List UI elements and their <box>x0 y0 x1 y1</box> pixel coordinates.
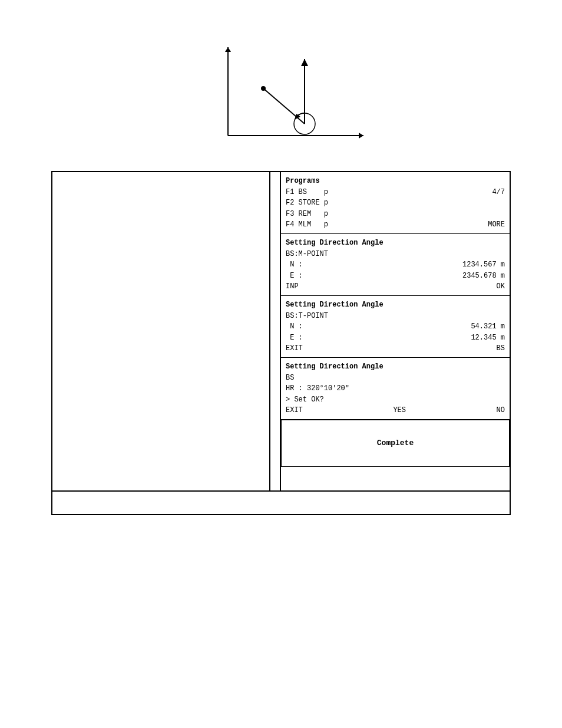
complete-text: Complete <box>377 439 414 447</box>
left-panel <box>52 172 270 490</box>
svg-point-7 <box>261 86 266 91</box>
screen2-e-value: 2345.678 m <box>462 271 505 282</box>
screen2-n-row: N : 1234.567 m <box>286 259 505 271</box>
screen4-subtitle: BS <box>286 373 505 384</box>
screen4-hr: HR : 320°10'20" <box>286 383 505 394</box>
screen3-title: Setting Direction Angle <box>286 299 505 311</box>
footer-row <box>52 492 510 514</box>
screen3-e-value: 12.345 m <box>471 332 505 344</box>
programs-row3: F3 REM p <box>286 209 505 220</box>
screen-t-point: Setting Direction Angle BS:T-POINT N : 5… <box>281 296 510 358</box>
svg-marker-5 <box>301 59 308 66</box>
screen-programs: Programs F1 BS p 4/7 F2 STORE p F3 REM p… <box>281 172 510 234</box>
screen2-buttons: INP OK <box>286 281 505 292</box>
svg-marker-1 <box>359 133 363 139</box>
diagram-svg <box>181 29 381 159</box>
mid-divider <box>270 172 281 490</box>
screen4-no-button[interactable]: NO <box>497 405 505 416</box>
screen4-exit-button[interactable]: EXIT <box>286 405 303 416</box>
programs-row4: F4 MLM p MORE <box>286 219 505 230</box>
screen3-n-row: N : 54.321 m <box>286 321 505 332</box>
screen3-e-row: E : 12.345 m <box>286 332 505 344</box>
screen3-buttons: EXIT BS <box>286 343 505 354</box>
screen2-e-label: E : <box>286 271 303 282</box>
screen2-subtitle: BS:M-POINT <box>286 249 505 260</box>
screen4-buttons: EXIT YES NO <box>286 405 505 416</box>
screen-bs: Setting Direction Angle BS HR : 320°10'2… <box>281 358 510 420</box>
programs-title: Programs <box>286 176 320 187</box>
main-content-area: Programs F1 BS p 4/7 F2 STORE p F3 REM p… <box>51 171 511 515</box>
screen-complete: Complete <box>281 420 510 467</box>
screen4-title: Setting Direction Angle <box>286 361 505 373</box>
screen2-title: Setting Direction Angle <box>286 238 505 249</box>
screen3-exit-button[interactable]: EXIT <box>286 343 303 354</box>
svg-line-6 <box>263 88 305 124</box>
screen2-ok-button[interactable]: OK <box>497 281 505 292</box>
screen2-e-row: E : 2345.678 m <box>286 271 505 282</box>
f4-mlm-label: F4 MLM p <box>286 219 328 230</box>
svg-marker-3 <box>225 47 231 52</box>
screen3-subtitle: BS:T-POINT <box>286 311 505 322</box>
screen4-prompt: > Set OK? <box>286 394 505 406</box>
programs-row1: F1 BS p 4/7 <box>286 187 505 198</box>
screen2-n-value: 1234.567 m <box>462 259 505 271</box>
right-panel: Programs F1 BS p 4/7 F2 STORE p F3 REM p… <box>281 172 510 490</box>
screen2-n-label: N : <box>286 259 303 271</box>
screen-m-point: Setting Direction Angle BS:M-POINT N : 1… <box>281 234 510 296</box>
screen3-e-label: E : <box>286 332 303 344</box>
screen4-yes-button[interactable]: YES <box>393 405 406 416</box>
page-container: Programs F1 BS p 4/7 F2 STORE p F3 REM p… <box>0 0 562 728</box>
programs-row2: F2 STORE p <box>286 197 505 209</box>
content-row: Programs F1 BS p 4/7 F2 STORE p F3 REM p… <box>52 172 510 492</box>
f1-page: 4/7 <box>492 187 505 198</box>
f1-bs-label: F1 BS p <box>286 187 328 198</box>
screen3-n-value: 54.321 m <box>471 321 505 332</box>
programs-header-row: Programs <box>286 176 505 187</box>
screen3-n-label: N : <box>286 321 303 332</box>
f4-more: MORE <box>488 219 505 230</box>
diagram-area <box>12 12 550 171</box>
screen2-inp-button[interactable]: INP <box>286 281 299 292</box>
screen3-bs-button[interactable]: BS <box>497 343 505 354</box>
